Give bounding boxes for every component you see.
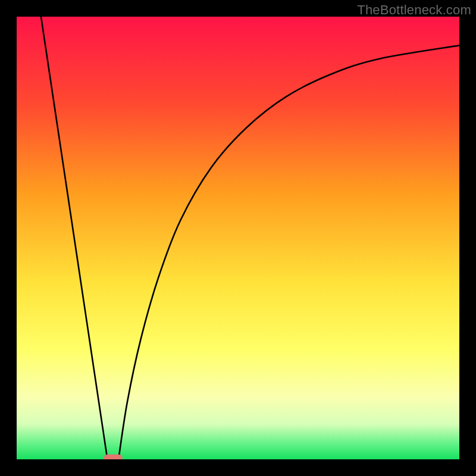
bottleneck-marker [104, 455, 123, 459]
gradient-background [17, 17, 459, 459]
chart-svg [17, 17, 459, 459]
watermark-text: TheBottleneck.com [357, 2, 471, 18]
chart-plot-area [17, 17, 459, 459]
chart-frame: TheBottleneck.com [0, 0, 476, 476]
